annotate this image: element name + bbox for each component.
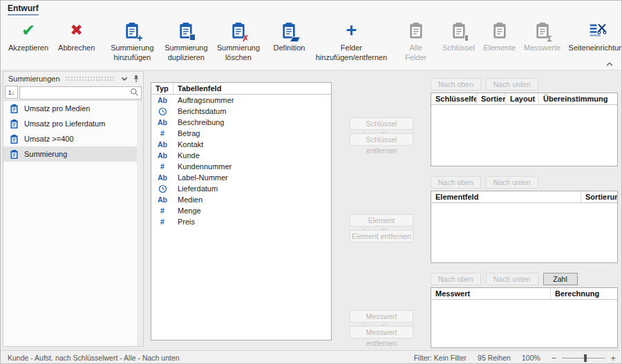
status-bar: Kunde - Aufst. nach Schlüsselwert - Alle…	[1, 350, 622, 364]
key-move-down-button[interactable]: Nach unten	[486, 78, 538, 90]
summation-list-item[interactable]: Umsatz pro Medien	[3, 101, 143, 116]
number-type-icon: #	[151, 129, 173, 137]
summation-icon	[9, 119, 19, 129]
column-header-layout[interactable]: Layout	[506, 93, 539, 104]
zoom-slider[interactable]	[562, 358, 605, 358]
field-row[interactable]: Ab Auftragsnummer	[151, 95, 331, 106]
summation-duplicate-label: Summierung duplizieren	[164, 44, 208, 63]
all-fields-button[interactable]: Alle Felder	[393, 15, 438, 70]
page-setup-label: Seiteneinrichtung	[569, 44, 622, 53]
summation-delete-button[interactable]: ✗ Summierung löschen	[213, 15, 263, 70]
column-header-measure[interactable]: Messwert	[431, 288, 551, 299]
summation-list-item-selected[interactable]: Summierung	[3, 146, 143, 162]
element-remove-button[interactable]: Element entfernen	[350, 230, 413, 242]
fields-add-remove-button[interactable]: + Felder hinzufügen/entfernen	[310, 15, 394, 70]
measures-button[interactable]: Σ Messwerte	[520, 15, 565, 70]
measure-move-down-button[interactable]: Nach unten	[486, 273, 538, 285]
column-header-match[interactable]: Übereinstimmung	[539, 93, 617, 104]
fields-add-remove-label: Felder hinzufügen/entfernen	[314, 44, 389, 63]
element-table-header: Elementfeld Sortierun	[431, 191, 617, 203]
text-type-icon: Ab	[151, 96, 173, 104]
key-remove-button[interactable]: Schlüssel entfernen	[350, 133, 413, 146]
column-header-elementfield[interactable]: Elementfeld	[431, 191, 581, 202]
summation-item-label: Umsatz >=400	[24, 135, 74, 143]
measure-move-buttons: Nach oben Nach unten Zahl	[431, 273, 578, 285]
field-row[interactable]: Ab Label-Nummer	[151, 172, 331, 183]
keys-button[interactable]: Schlüssel	[438, 15, 479, 70]
field-row[interactable]: Ab Medien	[151, 194, 331, 205]
measure-table: Messwert Berechnung	[431, 287, 618, 348]
key-table: Schlüsselfeld Sortierur Layout Übereinst…	[431, 93, 618, 166]
summations-list: Umsatz pro Medien Umsatz pro Lieferdatum…	[3, 100, 143, 346]
column-header-sorting[interactable]: Sortierun	[581, 191, 617, 202]
definition-button[interactable]: Definition	[269, 15, 309, 70]
field-table-header: Typ Tabellenfeld	[151, 83, 331, 95]
element-move-up-button[interactable]: Nach oben	[431, 176, 481, 189]
ribbon-group-summation: + Summierung hinzufügen Summierung dupli…	[105, 15, 263, 70]
measure-move-up-button[interactable]: Nach oben	[431, 273, 481, 285]
summation-duplicate-button[interactable]: Summierung duplizieren	[159, 15, 213, 70]
accept-button[interactable]: ✔ Akzeptieren	[3, 15, 53, 70]
zoom-slider-thumb[interactable]	[584, 354, 587, 362]
ribbon-toolbar: ✔ Akzeptieren ✖ Abbrechen + Summierung h…	[1, 15, 622, 70]
summation-icon	[9, 149, 19, 160]
sort-button[interactable]: 1↓	[5, 86, 18, 99]
summation-icon	[9, 104, 19, 114]
field-row[interactable]: Ab Kunde	[151, 150, 331, 161]
number-format-button[interactable]: Zahl	[543, 273, 578, 285]
number-type-icon: #	[151, 162, 173, 171]
summation-icon	[9, 134, 19, 144]
field-row[interactable]: Lieferdatum	[151, 183, 331, 194]
search-icon	[130, 88, 139, 97]
zoom-control: − +	[552, 353, 616, 363]
ribbon-collapse-icon[interactable]	[605, 60, 614, 68]
key-move-up-button[interactable]: Nach oben	[431, 78, 481, 90]
measures-label: Messwerte	[524, 44, 560, 53]
column-header-keyfield[interactable]: Schlüsselfeld	[431, 93, 477, 104]
summation-item-label: Summierung	[24, 150, 67, 158]
pin-icon[interactable]	[132, 75, 140, 83]
zoom-out-icon[interactable]: −	[552, 353, 557, 363]
text-type-icon: Ab	[151, 173, 173, 182]
summation-list-item[interactable]: Umsatz pro Lieferdatum	[3, 116, 143, 131]
key-add-button[interactable]: Schlüssel hinzufügen	[350, 117, 413, 130]
app-window: Entwurf ✔ Akzeptieren ✖ Abbrechen + Summ…	[0, 0, 622, 364]
summation-add-button[interactable]: + Summierung hinzufügen	[105, 15, 159, 70]
summations-panel-title: Summierungen	[8, 75, 60, 83]
summations-search-input[interactable]	[19, 86, 142, 99]
key-move-buttons: Nach oben Nach unten	[431, 78, 538, 90]
zoom-in-icon[interactable]: +	[610, 353, 616, 363]
keys-label: Schlüssel	[442, 44, 475, 53]
status-summary-text: Kunde - Aufst. nach Schlüsselwert - Alle…	[8, 354, 414, 362]
field-row[interactable]: # Kundennummer	[151, 161, 331, 172]
column-header-type[interactable]: Typ	[151, 83, 173, 94]
tab-bar: Entwurf	[1, 1, 622, 15]
elements-button[interactable]: Elemente	[479, 15, 520, 70]
tab-entwurf[interactable]: Entwurf	[8, 1, 39, 16]
panel-drag-handle[interactable]	[65, 76, 115, 82]
table-fields-panel: Typ Tabellenfeld Ab Auftragsnummer Beric…	[151, 82, 332, 341]
element-move-down-button[interactable]: Nach unten	[486, 176, 538, 189]
plus-icon: +	[346, 21, 357, 40]
status-row-count: 95 Reihen	[478, 354, 511, 362]
field-row[interactable]: Ab Kontakt	[151, 139, 331, 150]
column-header-calculation[interactable]: Berechnung	[551, 288, 617, 299]
number-type-icon: #	[151, 207, 173, 215]
field-row[interactable]: Ab Beschreibung	[151, 117, 331, 128]
column-header-tablefield[interactable]: Tabellenfeld	[173, 83, 331, 94]
element-table: Elementfeld Sortierun	[431, 191, 618, 263]
field-row[interactable]: Berichtsdatum	[151, 106, 331, 117]
cancel-button[interactable]: ✖ Abbrechen	[53, 15, 100, 70]
field-row[interactable]: # Menge	[151, 205, 331, 216]
field-row[interactable]: # Preis	[151, 216, 331, 227]
chevron-down-icon[interactable]	[120, 75, 129, 83]
accept-label: Akzeptieren	[8, 44, 48, 53]
column-header-sorting[interactable]: Sortierur	[477, 93, 506, 104]
field-row[interactable]: # Betrag	[151, 128, 331, 139]
all-fields-label: Alle Felder	[398, 44, 433, 63]
sidebar-scrollbar[interactable]	[137, 101, 143, 346]
measure-remove-button[interactable]: Messwert entfernen	[350, 326, 413, 338]
summation-list-item[interactable]: Umsatz >=400	[3, 131, 143, 146]
measure-add-button[interactable]: Messwert hinzufügen	[350, 310, 413, 323]
element-add-button[interactable]: Element hinzufügen	[350, 214, 413, 227]
